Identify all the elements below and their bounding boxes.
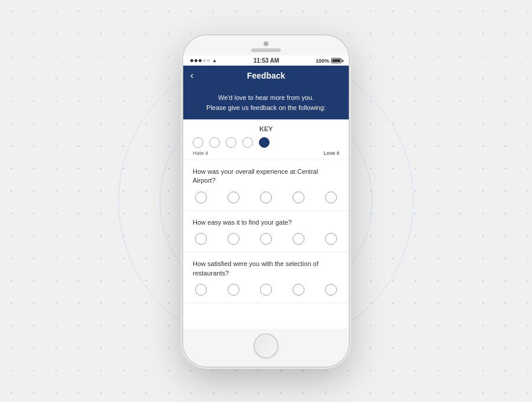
signal-dot-2	[194, 59, 197, 62]
q2-option-3[interactable]	[260, 233, 272, 245]
q1-option-2[interactable]	[228, 192, 239, 203]
love-label: Love it	[323, 150, 339, 156]
q3-option-3[interactable]	[260, 284, 272, 296]
key-label: KEY	[193, 125, 339, 132]
signal-dot-5	[207, 59, 210, 62]
question-2-section: How easy was it to find your gate?	[183, 211, 349, 252]
question-3-options	[193, 284, 339, 296]
question-2-options	[193, 233, 339, 245]
key-section: KEY Hate it Love it	[183, 119, 349, 160]
nav-title: Feedback	[247, 71, 286, 80]
q2-option-1[interactable]	[195, 233, 207, 245]
q3-option-5[interactable]	[325, 284, 337, 296]
home-button[interactable]	[254, 333, 278, 358]
header-line1: We'd love to hear more from you.	[193, 93, 339, 103]
back-button[interactable]: ‹	[190, 70, 202, 81]
question-1-text: How was your overall experience at Centr…	[193, 167, 339, 186]
q1-option-1[interactable]	[195, 192, 207, 203]
feedback-header: We'd love to hear more from you. Please …	[183, 86, 349, 119]
q1-option-5[interactable]	[325, 192, 337, 203]
hate-label: Hate it	[193, 150, 208, 156]
status-time: 11:53 AM	[254, 57, 280, 64]
signal-dot-4	[203, 59, 206, 62]
key-circle-3[interactable]	[226, 137, 236, 148]
screen-content: We'd love to hear more from you. Please …	[183, 86, 349, 329]
battery-fill	[332, 59, 340, 62]
status-battery: 100%	[316, 58, 342, 64]
key-circle-4[interactable]	[242, 137, 253, 148]
q2-option-4[interactable]	[293, 233, 304, 245]
q3-option-2[interactable]	[228, 284, 239, 296]
wifi-icon: ▲	[212, 58, 217, 63]
status-signal: ▲	[190, 58, 217, 63]
phone-mockup: ▲ 11:53 AM 100% ‹ Feedback We'd love to …	[183, 35, 349, 367]
key-circle-2[interactable]	[209, 137, 220, 148]
key-circles	[193, 137, 270, 148]
phone-camera	[264, 41, 268, 46]
question-2-text: How easy was it to find your gate?	[193, 218, 339, 227]
battery-percent: 100%	[316, 58, 329, 64]
phone-bottom	[183, 329, 349, 367]
q1-option-4[interactable]	[293, 192, 304, 203]
question-1-options	[193, 192, 339, 203]
status-bar: ▲ 11:53 AM 100%	[183, 56, 349, 66]
signal-dot-1	[190, 59, 193, 62]
key-end-labels: Hate it Love it	[193, 150, 339, 156]
phone-top	[183, 35, 349, 56]
q2-option-2[interactable]	[228, 233, 239, 245]
key-row	[193, 137, 339, 148]
signal-dot-3	[199, 59, 202, 62]
phone-speaker	[251, 48, 281, 52]
question-3-text: How satisfied were you with the selectio…	[193, 260, 339, 278]
header-line2: Please give us feedback on the following…	[193, 103, 339, 113]
q3-option-1[interactable]	[195, 284, 207, 296]
key-circle-5[interactable]	[259, 137, 270, 148]
question-1-section: How was your overall experience at Centr…	[183, 160, 349, 211]
q3-option-4[interactable]	[293, 284, 304, 296]
phone-screen: ▲ 11:53 AM 100% ‹ Feedback We'd love to …	[183, 56, 349, 329]
question-3-section: How satisfied were you with the selectio…	[183, 252, 349, 303]
q2-option-5[interactable]	[325, 233, 337, 245]
nav-bar: ‹ Feedback	[183, 66, 349, 86]
battery-icon	[331, 58, 342, 63]
q1-option-3[interactable]	[260, 192, 272, 203]
key-circle-1[interactable]	[193, 137, 203, 148]
